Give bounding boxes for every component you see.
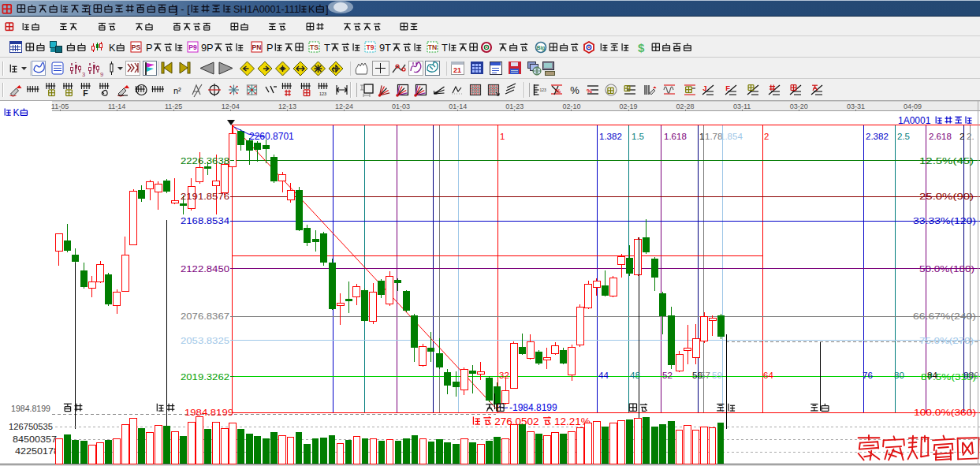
svg-text:2: 2 [764,132,769,141]
svg-text:2076.8367: 2076.8367 [181,311,229,321]
svg-text:P: P [146,42,153,54]
svg-text:100.0%(360): 100.0%(360) [914,408,976,417]
svg-text:80: 80 [894,371,904,380]
svg-text:] - [: ] - [ [175,3,190,15]
svg-text:64: 64 [763,371,773,380]
svg-text:P: P [266,42,274,54]
svg-text:K: K [109,42,116,54]
svg-text:F: F [725,84,730,92]
svg-text:66.67%(240): 66.67%(240) [913,311,976,321]
svg-text:-1984.8199: -1984.8199 [509,402,557,413]
svg-text:32: 32 [499,371,509,380]
svg-text:33.33%(120): 33.33%(120) [913,216,976,226]
svg-text:76: 76 [863,371,873,380]
svg-text:2168.8534: 2168.8534 [181,216,230,226]
svg-text:48: 48 [630,371,640,380]
svg-text:2191.8576: 2191.8576 [181,192,229,201]
svg-text:126750535: 126750535 [9,422,53,431]
svg-text:75.0%(270): 75.0%(270) [919,336,974,345]
svg-text:1: 1 [500,132,505,141]
svg-text:9T: 9T [379,42,391,54]
svg-text:42250178: 42250178 [15,446,59,456]
svg-text:2122.8450: 2122.8450 [181,264,229,274]
svg-text:T: T [442,42,448,54]
svg-text:1.382: 1.382 [599,132,622,141]
svg-text:123: 123 [540,88,547,92]
svg-text:2.: 2. [967,132,974,141]
svg-text:84500357: 84500357 [13,434,57,444]
svg-text:2053.8325: 2053.8325 [181,336,229,345]
svg-text:P9: P9 [188,43,197,51]
svg-text:1984.8199: 1984.8199 [184,408,233,417]
svg-text:SH1A0001-111: SH1A0001-111 [233,4,300,15]
svg-text:%: % [587,88,592,95]
svg-text:9P: 9P [201,42,214,54]
svg-text:2.5: 2.5 [897,132,910,141]
svg-text:]: ] [326,3,329,15]
svg-text:%: % [570,84,579,96]
svg-text:2.618: 2.618 [929,132,952,141]
svg-text:1.618: 1.618 [664,132,687,141]
svg-text:44: 44 [598,371,609,380]
svg-text:K: K [308,4,315,15]
svg-text:1.5: 1.5 [632,132,644,141]
svg-text:59: 59 [712,371,722,380]
svg-text:Big: Big [537,45,546,51]
svg-text:2: 2 [960,132,964,141]
svg-text:57: 57 [700,371,710,380]
svg-text:2260.8701: 2260.8701 [249,131,294,142]
svg-text:PN: PN [252,43,262,51]
svg-text:9: 9 [100,71,103,78]
svg-text:$: $ [638,41,645,54]
svg-text:2019.3262: 2019.3262 [181,372,229,382]
svg-text:K: K [13,107,20,118]
svg-text:1.854: 1.854 [720,132,743,141]
svg-text:50.0%(180): 50.0%(180) [919,264,974,274]
svg-text:PS: PS [132,43,141,51]
svg-text:12.5%(45): 12.5%(45) [919,156,974,166]
svg-text:1984.8199: 1984.8199 [11,404,50,413]
svg-text:T: T [324,42,330,54]
svg-text:T9: T9 [367,43,374,51]
svg-text:123: 123 [319,91,326,96]
svg-text:2.382: 2.382 [866,132,889,141]
svg-text:%: % [555,88,561,95]
svg-text:3: 3 [82,71,85,78]
svg-text:21: 21 [453,66,461,74]
svg-text:TN: TN [428,43,437,51]
svg-text:F: F [83,88,88,98]
svg-text:[: [ [88,3,91,15]
svg-text:84: 84 [927,371,937,380]
svg-text:J: J [702,84,706,92]
svg-text:TS: TS [310,43,319,51]
svg-text:52: 52 [662,371,673,380]
svg-text:2226.3638: 2226.3638 [181,156,229,166]
svg-text:n²: n² [173,86,181,95]
svg-text:1: 1 [699,132,704,141]
svg-text:25.0%(90): 25.0%(90) [919,192,974,201]
